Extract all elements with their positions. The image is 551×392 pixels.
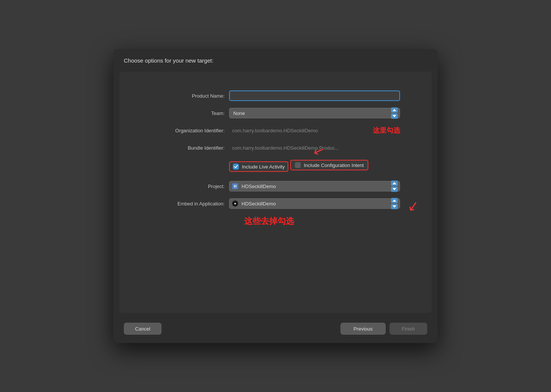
include-live-activity-label: Include Live Activity [242,164,285,170]
annotation-uncheck-label: 这些去掉勾选 [244,216,294,226]
project-select[interactable]: HDSeckillDemo [229,181,400,191]
finish-button[interactable]: Finish [389,323,427,335]
product-name-row: Product Name: [151,90,400,101]
include-config-intent-row[interactable]: Include Configuration Intent [290,160,368,170]
org-identifier-label: Organization Identifier: [151,128,225,133]
dialog-footer: Cancel Previous Finish [113,317,438,343]
include-live-activity-row[interactable]: Include Live Activity [229,161,288,172]
dialog-body: Product Name: Team: None [119,72,432,313]
previous-button[interactable]: Previous [340,323,386,335]
org-identifier-value: com.harry.toolbardemo.HDSeckillDemo [229,125,365,136]
include-live-activity-checkbox[interactable] [233,164,239,170]
main-dialog: Choose options for your new target: Prod… [113,49,438,343]
team-label: Team: [151,110,225,116]
embed-in-app-select[interactable]: HDSeckillDemo [229,198,400,209]
project-label: Project: [151,184,225,189]
embed-app-icon: ● [232,201,238,207]
team-row: Team: None [151,108,400,118]
footer-right-buttons: Previous Finish [340,323,427,335]
org-identifier-row: Organization Identifier: com.harry.toolb… [151,125,400,136]
bundle-identifier-label: Bundle Identifier: [151,145,225,151]
embed-in-app-row: Embed in Application: HDSeckillDemo ● [151,198,400,209]
checkboxes-section: ↙ Include Live Activity Include Configur… [229,160,400,174]
annotation-uncheck: 这些去掉勾选 [229,216,400,227]
product-name-input[interactable] [229,90,400,101]
bundle-identifier-row: Bundle Identifier: com.harry.toolbardemo… [151,142,400,153]
embed-in-app-select-container: HDSeckillDemo ● [229,198,400,209]
project-select-container: HDSeckillDemo H [229,181,400,191]
annotation-check-here: 这里勾选 [373,126,400,135]
form-container: Product Name: Team: None [151,90,400,227]
embed-in-app-label: Embed in Application: [151,201,225,207]
include-config-intent-label: Include Configuration Intent [304,162,364,168]
team-select-container: None [229,108,400,118]
include-config-intent-checkbox[interactable] [295,162,301,168]
arrow-to-embed: ↙ [406,198,420,215]
product-name-label: Product Name: [151,93,225,99]
project-row: Project: HDSeckillDemo H [151,181,400,191]
dialog-title: Choose options for your new target: [124,57,214,64]
project-icon: H [232,183,238,189]
team-select[interactable]: None [229,108,400,118]
cancel-button[interactable]: Cancel [124,323,162,335]
dialog-header: Choose options for your new target: [113,49,438,68]
